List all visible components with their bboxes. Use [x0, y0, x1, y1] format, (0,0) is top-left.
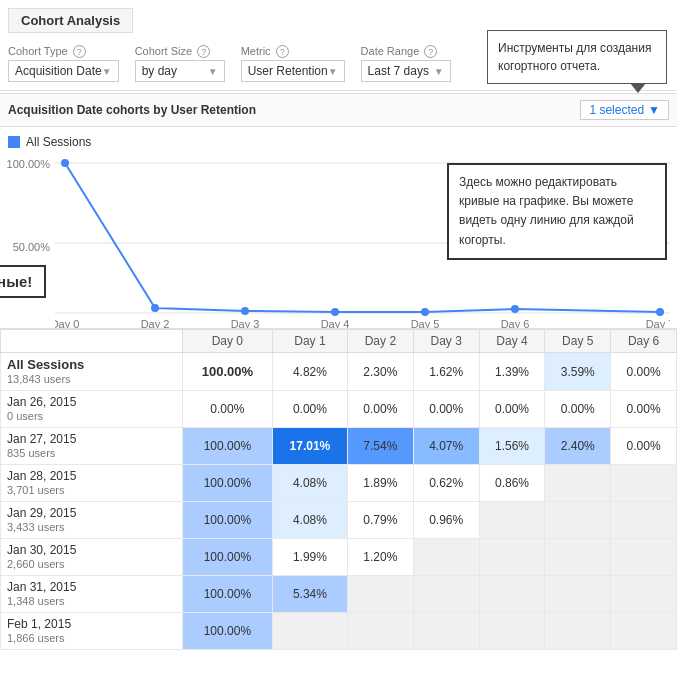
table-cell: 1.62%	[413, 353, 479, 391]
table-cell	[479, 539, 545, 576]
date-range-label: Date Range ?	[361, 45, 451, 58]
table-cell: 100.00%	[182, 502, 272, 539]
col-header-day1: Day 1	[272, 330, 347, 353]
top-tooltip-balloon: Инструменты для создания когортного отче…	[487, 30, 667, 84]
table-cell: 0.00%	[611, 391, 677, 428]
col-header-day6: Day 6	[611, 330, 677, 353]
table-cell: 0.96%	[413, 502, 479, 539]
metric-help-icon[interactable]: ?	[276, 45, 289, 58]
table-cell	[413, 539, 479, 576]
table-cell: 4.07%	[413, 428, 479, 465]
table-cell: 2.40%	[545, 428, 611, 465]
metric-group: Metric ? User Retention ▼	[241, 45, 345, 82]
table-cell: 1.56%	[479, 428, 545, 465]
row-label: Jan 26, 20150 users	[1, 391, 183, 428]
table-cell	[545, 613, 611, 650]
table-cell	[611, 539, 677, 576]
date-range-arrow-icon: ▼	[434, 66, 444, 77]
table-row: Jan 26, 20150 users0.00%0.00%0.00%0.00%0…	[1, 391, 677, 428]
table-cell: 0.00%	[272, 391, 347, 428]
selected-arrow-icon: ▼	[648, 103, 660, 117]
chart-dot-day7	[656, 308, 664, 316]
svg-text:Day 7: Day 7	[646, 318, 670, 328]
cohort-size-help-icon[interactable]: ?	[197, 45, 210, 58]
table-cell: 1.89%	[347, 465, 413, 502]
date-range-select[interactable]: Last 7 days ▼	[361, 60, 451, 82]
chart-tooltip: Здесь можно редактировать кривые на граф…	[447, 163, 667, 260]
table-cell: 0.00%	[479, 391, 545, 428]
table-cell: 0.00%	[182, 391, 272, 428]
cohort-type-help-icon[interactable]: ?	[73, 45, 86, 58]
svg-text:Day 0: Day 0	[55, 318, 79, 328]
col-header-day2: Day 2	[347, 330, 413, 353]
row-label: Jan 29, 20153,433 users	[1, 502, 183, 539]
row-label: Jan 30, 20152,660 users	[1, 539, 183, 576]
table-cell: 0.86%	[479, 465, 545, 502]
table-cell	[272, 613, 347, 650]
svg-text:Day 2: Day 2	[141, 318, 170, 328]
metric-label: Metric ?	[241, 45, 345, 58]
metric-arrow-icon: ▼	[328, 66, 338, 77]
table-cell: 100.00%	[182, 539, 272, 576]
table-cell: 1.39%	[479, 353, 545, 391]
selected-button[interactable]: 1 selected ▼	[580, 100, 669, 120]
cohort-type-label: Cohort Type ?	[8, 45, 119, 58]
cohort-size-select[interactable]: by day ▼	[135, 60, 225, 82]
chart-dot-day4	[331, 308, 339, 316]
row-label: All Sessions13,843 users	[1, 353, 183, 391]
table-cell: 100.00%	[182, 428, 272, 465]
table-cell	[347, 576, 413, 613]
table-cell	[611, 576, 677, 613]
svg-text:Day 5: Day 5	[411, 318, 440, 328]
cohort-analysis-title: Cohort Analysis	[21, 13, 120, 28]
legend-color-swatch	[8, 136, 20, 148]
row-label: Jan 27, 2015835 users	[1, 428, 183, 465]
cohort-analysis-tab[interactable]: Cohort Analysis	[8, 8, 133, 33]
table-cell: 0.00%	[413, 391, 479, 428]
chart-dot-day2	[151, 304, 159, 312]
chart-area: All Sessions 100.00% 50.00%	[0, 127, 677, 329]
table-cell: 0.00%	[611, 428, 677, 465]
table-cell: 0.00%	[347, 391, 413, 428]
table-cell: 2.30%	[347, 353, 413, 391]
col-header-day3: Day 3	[413, 330, 479, 353]
col-header-day0: Day 0	[182, 330, 272, 353]
table-cell	[611, 613, 677, 650]
table-cell	[413, 576, 479, 613]
controls-row: Cohort Type ? Acquisition Date ▼ Cohort …	[0, 39, 677, 91]
row-label: Jan 31, 20151,348 users	[1, 576, 183, 613]
table-cell: 1.99%	[272, 539, 347, 576]
table-cell	[479, 576, 545, 613]
cohort-type-select[interactable]: Acquisition Date ▼	[8, 60, 119, 82]
svg-text:Day 3: Day 3	[231, 318, 260, 328]
date-range-group: Date Range ? Last 7 days ▼	[361, 45, 451, 82]
date-range-help-icon[interactable]: ?	[424, 45, 437, 58]
table-row: Jan 27, 2015835 users100.00%17.01%7.54%4…	[1, 428, 677, 465]
table-cell	[545, 465, 611, 502]
table-cell: 0.00%	[611, 353, 677, 391]
table-row: Jan 28, 20153,701 users100.00%4.08%1.89%…	[1, 465, 677, 502]
chart-dot-day3	[241, 307, 249, 315]
col-header-label	[1, 330, 183, 353]
chart-dot-day5	[421, 308, 429, 316]
table-cell: 100.00%	[182, 465, 272, 502]
section-title: Acquisition Date cohorts by User Retenti…	[8, 103, 580, 117]
table-header-row: Day 0 Day 1 Day 2 Day 3 Day 4 Day 5 Day …	[1, 330, 677, 353]
table-cell	[545, 502, 611, 539]
table-row: Jan 29, 20153,433 users100.00%4.08%0.79%…	[1, 502, 677, 539]
chart-container: 100.00% 50.00%	[0, 153, 677, 328]
table-cell	[545, 576, 611, 613]
table-cell: 100.00%	[182, 576, 272, 613]
table-cell: 4.08%	[272, 502, 347, 539]
data-table-container: Day 0 Day 1 Day 2 Day 3 Day 4 Day 5 Day …	[0, 329, 677, 650]
table-cell	[413, 613, 479, 650]
chart-dot-day0	[61, 159, 69, 167]
cohort-table: Day 0 Day 1 Day 2 Day 3 Day 4 Day 5 Day …	[0, 329, 677, 650]
table-cell: 5.34%	[272, 576, 347, 613]
table-cell	[479, 613, 545, 650]
table-cell: 3.59%	[545, 353, 611, 391]
table-cell	[611, 465, 677, 502]
cohort-size-group: Cohort Size ? by day ▼	[135, 45, 225, 82]
metric-select[interactable]: User Retention ▼	[241, 60, 345, 82]
table-cell: 4.08%	[272, 465, 347, 502]
